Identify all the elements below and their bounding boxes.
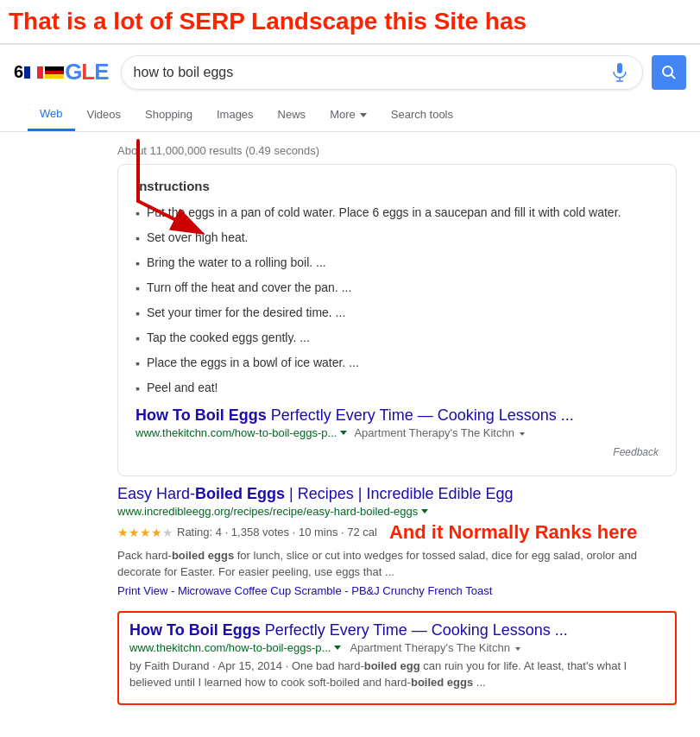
svg-line-4: [672, 74, 676, 79]
result-2-url-sub: Apartment Therapy's The Kitchn: [350, 641, 510, 654]
logo-l: L: [81, 59, 94, 85]
result-2-snippet: by Faith Durand · Apr 15, 2014 · One bad…: [129, 658, 665, 691]
search-box[interactable]: [121, 55, 643, 90]
result-1-title[interactable]: Easy Hard-Boiled Eggs | Recipes | Incred…: [117, 485, 514, 502]
flag-fr: [24, 66, 43, 79]
result-2-title[interactable]: How To Boil Eggs Perfectly Every Time — …: [129, 621, 568, 639]
more-dropdown-icon: [360, 113, 367, 117]
results-container: About 11,000,000 results (0.49 seconds) …: [0, 132, 700, 705]
search-bar-area: 6 GLE: [0, 45, 700, 132]
snippet-item-3: Bring the water to a rolling boil. ...: [136, 254, 659, 273]
result-2-url-sub-arrow: [515, 647, 520, 651]
logo-prefix: 6: [14, 62, 23, 82]
result-1-url-arrow[interactable]: [421, 509, 428, 513]
result-1-stars: ★★★★★: [117, 526, 173, 539]
search-button[interactable]: [652, 55, 686, 90]
flag-de: [45, 66, 64, 79]
snippet-link-row: How To Boil Eggs Perfectly Every Time — …: [136, 406, 659, 425]
tab-shopping[interactable]: Shopping: [133, 99, 205, 129]
google-logo: 6 GLE: [14, 59, 109, 85]
annotation-ranks-here: And it Normally Ranks here: [389, 521, 637, 544]
top-annotation-text: That is a lot of SERP Landscape this Sit…: [9, 7, 691, 36]
logo-g1: G: [65, 59, 81, 85]
snippet-url-row: www.thekitchn.com/how-to-boil-eggs-p... …: [136, 426, 659, 439]
result-2-url: www.thekitchn.com/how-to-boil-eggs-p...: [129, 641, 331, 654]
result-2-title-bold: How To Boil Eggs: [129, 621, 261, 639]
logo-e: E: [94, 59, 108, 85]
result-2-highlighted: How To Boil Eggs Perfectly Every Time — …: [117, 611, 677, 705]
snippet-url-text: www.thekitchn.com/how-to-boil-eggs-p...: [136, 426, 337, 439]
result-1-sub-links: Print View - Microwave Coffee Cup Scramb…: [117, 584, 677, 597]
svg-point-3: [663, 66, 672, 76]
result-1-title-bold: Boiled Eggs: [195, 485, 285, 502]
snippet-item-5: Set your timer for the desired time. ...: [136, 304, 659, 323]
tab-web[interactable]: Web: [28, 98, 75, 131]
tab-search-tools[interactable]: Search tools: [379, 99, 465, 129]
tab-videos[interactable]: Videos: [75, 99, 134, 129]
sub-link-2[interactable]: Microwave Coffee Cup Scramble: [178, 584, 342, 597]
snippet-link-bold: How To Boil Eggs: [136, 406, 267, 424]
snippet-url-sub: Apartment Therapy's The Kitchn: [354, 426, 514, 439]
nav-tabs: Web Videos Shopping Images News More Sea…: [14, 98, 686, 131]
result-1-title-before: Easy Hard-: [117, 485, 195, 502]
sub-link-3[interactable]: PB&J Crunchy French Toast: [351, 584, 492, 597]
feedback-link[interactable]: Feedback: [136, 443, 659, 462]
featured-snippet: Instructions Put the eggs in a pan of co…: [117, 164, 677, 476]
result-2-url-row: www.thekitchn.com/how-to-boil-eggs-p... …: [129, 641, 665, 654]
snippet-url-arrow[interactable]: [340, 431, 347, 435]
search-input[interactable]: [134, 65, 604, 80]
search-header: 6 GLE: [14, 55, 686, 90]
result-1-url: www.incredibleegg.org/recipes/recipe/eas…: [117, 505, 418, 518]
snippet-item-6: Tap the cooked eggs gently. ...: [136, 329, 659, 348]
top-annotation-bar: That is a lot of SERP Landscape this Sit…: [0, 0, 700, 45]
result-1: Easy Hard-Boiled Eggs | Recipes | Incred…: [117, 485, 677, 597]
tab-news[interactable]: News: [266, 99, 318, 129]
tab-more[interactable]: More: [318, 99, 379, 129]
snippet-item-8: Peel and eat!: [136, 379, 659, 398]
snippet-item-2: Set over high heat.: [136, 229, 659, 248]
result-2-url-arrow[interactable]: [334, 646, 341, 650]
page-wrapper: That is a lot of SERP Landscape this Sit…: [0, 0, 700, 705]
logo-text: GLE: [65, 59, 108, 85]
snippet-item-7: Place the eggs in a bowl of ice water. .…: [136, 354, 659, 373]
microphone-icon[interactable]: [609, 62, 630, 83]
snippet-title: Instructions: [136, 179, 659, 193]
snippet-url-sub-arrow: [520, 432, 525, 436]
svg-rect-0: [617, 63, 622, 73]
result-1-url-row: www.incredibleegg.org/recipes/recipe/eas…: [117, 505, 677, 518]
sub-link-sep-1: -: [171, 584, 178, 597]
snippet-link[interactable]: How To Boil Eggs Perfectly Every Time — …: [136, 406, 574, 424]
tab-more-label: More: [330, 108, 356, 121]
result-1-rating-row: ★★★★★ Rating: 4 · 1,358 votes · 10 mins …: [117, 521, 677, 544]
result-2-title-after: Perfectly Every Time — Cooking Lessons .…: [261, 621, 568, 639]
result-1-snippet: Pack hard-boiled eggs for lunch, slice o…: [117, 547, 677, 581]
result-1-title-after: | Recipes | Incredible Edible Egg: [285, 485, 514, 502]
snippet-item-1: Put the eggs in a pan of cold water. Pla…: [136, 204, 659, 223]
sub-link-1[interactable]: Print View: [117, 584, 167, 597]
results-area: About 11,000,000 results (0.49 seconds) …: [104, 132, 691, 705]
snippet-link-plain: Perfectly Every Time — Cooking Lessons .…: [271, 406, 574, 424]
result-1-rating-text: Rating: 4 · 1,358 votes · 10 mins · 72 c…: [177, 526, 377, 539]
tab-images[interactable]: Images: [205, 99, 266, 129]
snippet-item-4: Turn off the heat and cover the pan. ...: [136, 279, 659, 298]
snippet-list: Put the eggs in a pan of cold water. Pla…: [136, 204, 659, 398]
results-count: About 11,000,000 results (0.49 seconds): [117, 132, 677, 164]
